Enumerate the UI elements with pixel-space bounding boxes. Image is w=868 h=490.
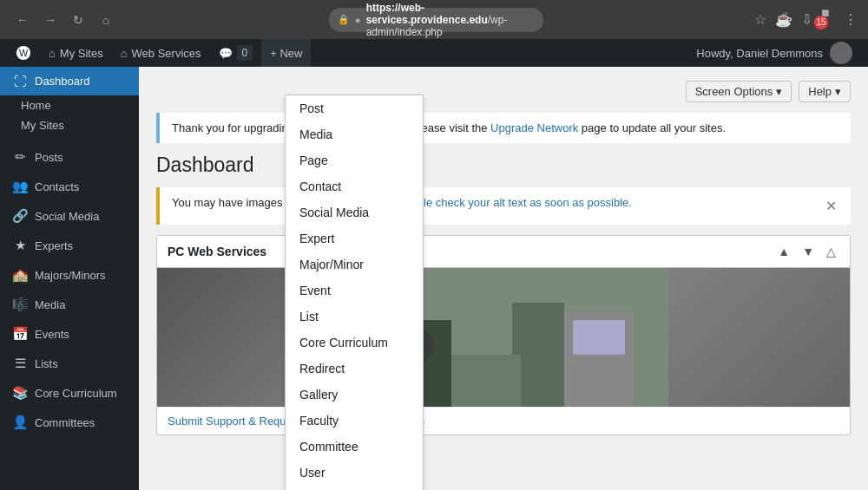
my-sites-menu[interactable]: ⌂ My Sites: [40, 39, 112, 67]
browser-chrome: ← → ↻ ⌂ 🔒 ● https://web-services.provide…: [0, 0, 868, 39]
core-curriculum-icon: 📚: [12, 385, 28, 401]
comments-item[interactable]: 💬 0: [210, 39, 262, 67]
new-menu-item-event[interactable]: Event: [286, 278, 423, 304]
widget-image-placeholder: [157, 268, 850, 407]
refresh-button[interactable]: ↻: [66, 8, 90, 32]
main-content: Screen Options ▾ Help ▾ Thank you for up…: [139, 67, 868, 490]
alt-text-link[interactable]: Double check your alt text as soon as po…: [397, 196, 632, 209]
sidebar-media-label: Media: [35, 298, 65, 311]
widget-collapse-up[interactable]: ▲: [774, 243, 793, 260]
widget-image-svg: [157, 268, 850, 407]
sidebar-item-dashboard[interactable]: ⛶ Dashboard: [0, 67, 139, 95]
new-menu-item-page[interactable]: Page: [286, 147, 423, 173]
sidebar-item-majors-minors[interactable]: 🏫 Majors/Minors: [0, 260, 139, 290]
new-menu-button[interactable]: + New: [261, 39, 311, 67]
sidebar-item-media[interactable]: 🎼 Media: [0, 290, 139, 319]
site-icon: ⌂: [121, 47, 128, 60]
sidebar-item-experts[interactable]: ★ Experts: [0, 231, 139, 260]
dashboard-icon: ⛶: [12, 74, 28, 88]
address-bar[interactable]: 🔒 ● https://web-services.providence.edu/…: [329, 8, 543, 32]
shield-icon[interactable]: ☕: [775, 11, 792, 28]
events-icon: 📅: [12, 326, 28, 342]
widget-collapse-down[interactable]: ▼: [799, 243, 818, 260]
bookmark-icon[interactable]: ☆: [754, 11, 766, 28]
new-menu-item-list[interactable]: List: [286, 304, 423, 330]
notification-badge: 15: [814, 16, 828, 29]
upgrade-network-link[interactable]: Upgrade Network: [490, 121, 578, 134]
back-button[interactable]: ←: [10, 8, 35, 32]
new-label: + New: [270, 47, 302, 60]
new-menu-item-expert[interactable]: Expert: [286, 225, 423, 252]
download-icon[interactable]: ⇩: [801, 11, 812, 28]
help-button[interactable]: Help ▾: [799, 81, 851, 102]
sidebar-dashboard-label: Dashboard: [35, 75, 90, 88]
new-menu-item-major-minor[interactable]: Major/Minor: [286, 252, 423, 278]
new-menu-item-tablepress-table[interactable]: TablePress Table: [286, 486, 423, 490]
screen-options-button[interactable]: Screen Options ▾: [686, 81, 792, 102]
new-menu-item-faculty[interactable]: Faculty: [286, 408, 423, 434]
posts-icon: ✏: [12, 149, 28, 165]
my-sites-label: My Sites: [60, 47, 103, 60]
sidebar-item-social-media[interactable]: 🔗 Social Media: [0, 201, 139, 231]
lists-icon: ☰: [12, 356, 28, 371]
alt-text-notice: You may have images with alt text review…: [156, 187, 851, 225]
sidebar-item-contacts[interactable]: 👥 Contacts: [0, 172, 139, 201]
extensions-area: ■ 15: [821, 5, 835, 35]
comments-icon: 💬: [219, 47, 233, 60]
new-menu-item-committee[interactable]: Committee: [286, 434, 423, 460]
pc-web-services-widget: PC Web Services ▲ ▼ △: [156, 235, 851, 435]
sidebar-item-events[interactable]: 📅 Events: [0, 319, 139, 349]
wp-admin-bar: W ⌂ My Sites ⌂ Web Services 💬 0 + New Ho…: [0, 39, 868, 67]
menu-icon[interactable]: ⋮: [844, 11, 858, 28]
sidebar-contacts-label: Contacts: [35, 180, 79, 193]
experts-icon: ★: [12, 238, 28, 253]
forward-button[interactable]: →: [38, 8, 62, 32]
sidebar-social-label: Social Media: [35, 210, 99, 223]
help-label: Help: [808, 85, 832, 98]
page-title: Dashboard: [156, 154, 851, 177]
sidebar-item-core-curriculum[interactable]: 📚 Core Curriculum: [0, 378, 139, 408]
site-name-label: Web Services: [132, 47, 201, 60]
comments-count: 0: [237, 45, 253, 61]
new-menu-item-contact[interactable]: Contact: [286, 173, 423, 199]
sidebar-core-label: Core Curriculum: [35, 387, 117, 400]
wp-logo-icon: W: [16, 45, 31, 61]
screen-options-arrow-icon: ▾: [776, 85, 782, 98]
browser-icons: ☆ ☕ ⇩ ■ 15 ⋮: [754, 5, 858, 35]
widget-header: PC Web Services ▲ ▼ △: [157, 236, 850, 268]
media-icon: 🎼: [12, 297, 28, 312]
new-menu-item-media[interactable]: Media: [286, 121, 423, 147]
sidebar-majors-label: Majors/Minors: [35, 269, 106, 282]
sidebar-item-committees[interactable]: 👤 Committees: [0, 408, 139, 437]
new-menu-item-redirect[interactable]: Redirect: [286, 356, 423, 382]
home-button[interactable]: ⌂: [94, 8, 118, 32]
lock-icon: 🔒: [338, 14, 350, 25]
sidebar-home-link[interactable]: Home: [0, 95, 139, 115]
wp-content: ⛶ Dashboard Home My Sites ✏ Posts 👥 Cont…: [0, 67, 868, 490]
contacts-icon: 👥: [12, 179, 28, 194]
new-menu-item-core-curriculum[interactable]: Core Curriculum: [286, 330, 423, 356]
help-arrow-icon: ▾: [835, 85, 841, 98]
committees-icon: 👤: [12, 415, 28, 430]
new-menu-item-user[interactable]: User: [286, 460, 423, 486]
sidebar-experts-label: Experts: [35, 239, 73, 252]
sidebar-item-lists[interactable]: ☰ Lists: [0, 349, 139, 378]
new-dropdown-menu: Post Media Page Contact Social Media Exp…: [285, 95, 424, 490]
widget-support-link[interactable]: Submit Support & Request Tickets to Web …: [157, 407, 850, 434]
new-menu-item-social-media[interactable]: Social Media: [286, 199, 423, 225]
notice-close-button[interactable]: ✕: [824, 196, 838, 216]
widget-expand[interactable]: △: [823, 243, 839, 260]
wp-logo-item[interactable]: W: [7, 39, 40, 67]
avatar: [830, 42, 852, 64]
social-media-icon: 🔗: [12, 208, 28, 224]
new-menu-item-post[interactable]: Post: [286, 95, 423, 121]
sidebar-item-posts[interactable]: ✏ Posts: [0, 142, 139, 172]
widget-image: [157, 268, 850, 407]
site-name-item[interactable]: ⌂ Web Services: [112, 39, 210, 67]
browser-nav-buttons: ← → ↻ ⌂: [10, 8, 118, 32]
sidebar-lists-label: Lists: [35, 357, 58, 370]
sidebar-mysites-link[interactable]: My Sites: [0, 115, 139, 135]
new-menu-item-gallery[interactable]: Gallery: [286, 382, 423, 408]
admin-bar-right: Howdy, Daniel Demmons: [687, 42, 861, 64]
svg-text:W: W: [19, 48, 29, 58]
